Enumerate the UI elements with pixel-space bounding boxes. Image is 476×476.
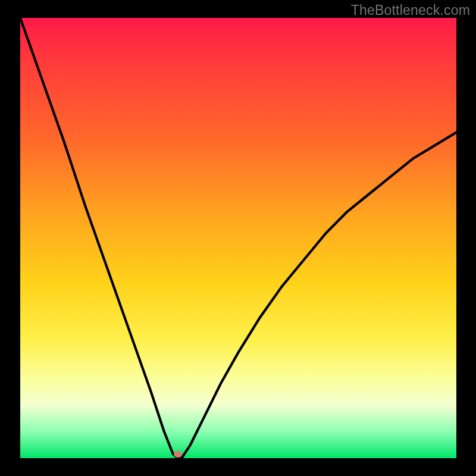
bottleneck-curve [20,18,456,458]
curve-path [20,18,456,458]
plot-area [20,18,456,458]
watermark-label: TheBottleneck.com [351,2,470,18]
chart-frame: TheBottleneck.com [0,0,476,476]
optimal-point-marker [174,451,182,458]
